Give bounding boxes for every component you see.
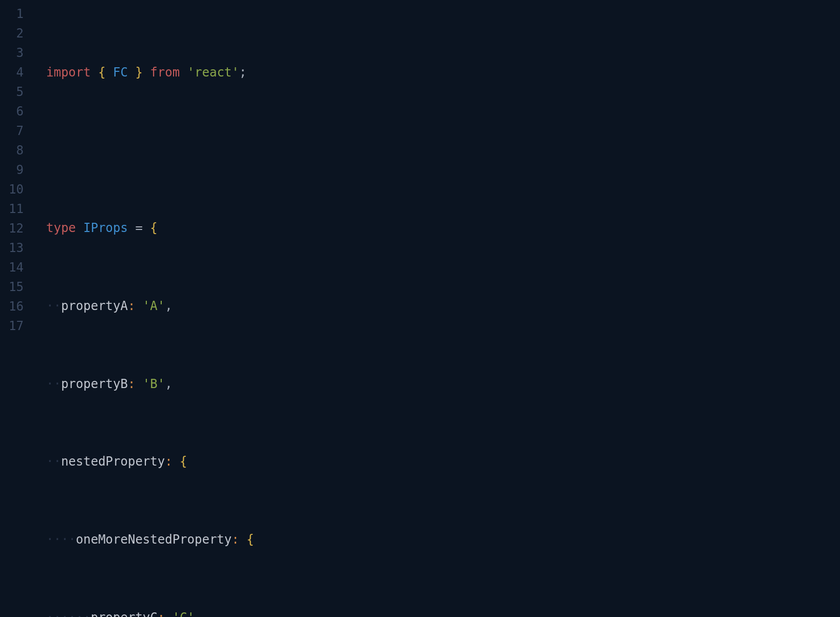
code-area[interactable]: import { FC } from 'react'; type IProps … bbox=[36, 0, 840, 617]
property-b: propertyB bbox=[61, 377, 128, 391]
line-number: 5 bbox=[0, 82, 24, 102]
comma: , bbox=[165, 377, 172, 391]
string-b: 'B' bbox=[143, 377, 165, 391]
line-number: 15 bbox=[0, 277, 24, 297]
whitespace-dot: · bbox=[53, 610, 61, 617]
whitespace-dot: · bbox=[53, 532, 61, 547]
property-nested: nestedProperty bbox=[61, 454, 165, 469]
property-a: propertyA bbox=[61, 299, 128, 313]
keyword-import: import bbox=[46, 65, 91, 80]
line-number-gutter: 1 2 3 4 5 6 7 8 9 10 11 12 13 14 15 16 1… bbox=[0, 0, 36, 617]
line-number: 17 bbox=[0, 316, 24, 336]
semicolon: ; bbox=[239, 65, 246, 80]
whitespace-dot: · bbox=[76, 610, 83, 617]
line-number: 3 bbox=[0, 43, 24, 63]
colon: : bbox=[128, 377, 135, 391]
code-line[interactable]: import { FC } from 'react'; bbox=[46, 63, 840, 82]
brace-open: { bbox=[98, 65, 105, 80]
code-line[interactable] bbox=[46, 140, 840, 160]
whitespace-dot: · bbox=[53, 299, 61, 313]
brace-open: { bbox=[150, 221, 157, 235]
whitespace-dot: · bbox=[68, 532, 75, 547]
property-c: propertyC bbox=[91, 610, 158, 617]
whitespace-dot: · bbox=[46, 532, 53, 547]
whitespace-dot: · bbox=[46, 299, 53, 313]
identifier-iprops: IProps bbox=[83, 221, 128, 235]
line-number: 7 bbox=[0, 121, 24, 141]
colon: : bbox=[128, 299, 135, 313]
identifier-fc: FC bbox=[113, 65, 128, 80]
whitespace-dot: · bbox=[61, 532, 68, 547]
code-line[interactable]: ··propertyB: 'B', bbox=[46, 374, 840, 394]
line-number: 6 bbox=[0, 102, 24, 121]
code-line[interactable]: ··nestedProperty: { bbox=[46, 452, 840, 471]
string-a: 'A' bbox=[143, 299, 165, 313]
line-number: 2 bbox=[0, 24, 24, 43]
whitespace-dot: · bbox=[53, 377, 61, 391]
comma: , bbox=[195, 610, 202, 617]
brace-open: { bbox=[246, 532, 254, 547]
keyword-type: type bbox=[46, 221, 76, 235]
colon: : bbox=[232, 532, 239, 547]
comma: , bbox=[165, 299, 172, 313]
line-number: 4 bbox=[0, 63, 24, 82]
keyword-from: from bbox=[150, 65, 180, 80]
line-number: 9 bbox=[0, 160, 24, 180]
code-line[interactable]: type IProps = { bbox=[46, 218, 840, 238]
line-number: 16 bbox=[0, 297, 24, 316]
line-number: 1 bbox=[0, 4, 24, 24]
code-editor[interactable]: 1 2 3 4 5 6 7 8 9 10 11 12 13 14 15 16 1… bbox=[0, 0, 840, 617]
string-react: 'react' bbox=[187, 65, 239, 80]
line-number: 14 bbox=[0, 258, 24, 277]
whitespace-dot: · bbox=[46, 610, 53, 617]
line-number: 12 bbox=[0, 219, 24, 238]
line-number: 10 bbox=[0, 180, 24, 199]
property-one-more-nested: oneMoreNestedProperty bbox=[76, 532, 232, 547]
code-line[interactable]: ····oneMoreNestedProperty: { bbox=[46, 530, 840, 549]
whitespace-dot: · bbox=[83, 610, 90, 617]
line-number: 11 bbox=[0, 199, 24, 219]
whitespace-dot: · bbox=[68, 610, 75, 617]
whitespace-dot: · bbox=[53, 454, 61, 469]
whitespace-dot: · bbox=[46, 377, 53, 391]
string-c: 'C' bbox=[173, 610, 195, 617]
colon: : bbox=[158, 610, 165, 617]
brace-open: { bbox=[180, 454, 187, 469]
line-number: 13 bbox=[0, 238, 24, 258]
whitespace-dot: · bbox=[46, 454, 53, 469]
colon: : bbox=[165, 454, 172, 469]
code-line[interactable]: ······propertyC: 'C', bbox=[46, 608, 840, 617]
brace-close: } bbox=[135, 65, 142, 80]
line-number: 8 bbox=[0, 141, 24, 160]
equals: = bbox=[135, 221, 142, 235]
code-line[interactable]: ··propertyA: 'A', bbox=[46, 296, 840, 316]
whitespace-dot: · bbox=[61, 610, 68, 617]
